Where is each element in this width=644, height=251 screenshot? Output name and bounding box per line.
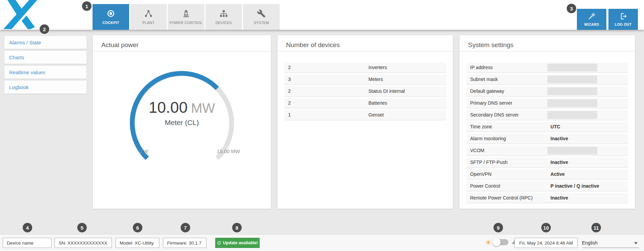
device-count: 2 [288,88,291,94]
system-setting-row: Alarm monitoringInactive [466,134,628,144]
tab-system[interactable]: SYSTEM [243,4,280,30]
device-count-row: 2Batteries [284,98,446,108]
setting-value: P inactive / Q inactive [550,183,599,189]
update-label: Update available! [223,240,258,245]
gauge-arc [93,51,271,209]
tab-label: PLANT [142,21,154,25]
actual-power-panel: Actual power 10.00MW Meter (CL) 0 W 15.0… [93,35,271,209]
device-name-field[interactable]: Device name [3,238,52,248]
redacted-value-box [547,111,597,119]
device-type: Genset [368,112,384,118]
gauge-max-label: 15.00 MW [210,148,247,154]
panel-title: Number of devices [286,41,340,49]
wrench-icon [257,9,266,18]
device-count-row: 2Status DI internal [284,86,446,97]
gauge-min-label: 0 W [128,148,159,154]
annotation-badge-5: 5 [77,223,87,232]
datetime-field[interactable]: Fri, May 24, 2024 8:46 AM [515,238,578,248]
setting-label: Power Control [470,183,500,189]
theme-toggle[interactable] [494,239,508,245]
annotation-badge-11: 11 [591,223,601,232]
number-of-devices-panel: Number of devices 2Inverters3Meters2Stat… [277,35,453,209]
toggle-knob[interactable] [492,238,501,246]
redacted-value-box [547,64,597,71]
system-setting-row: SFTP / FTP-PushInactive [466,158,628,168]
device-type: Batteries [368,100,387,106]
setting-label: Secondary DNS server [470,112,519,118]
magic-wand-icon [588,12,596,20]
gauge-unit: MW [191,101,215,116]
system-setting-row: OpenVPNActive [466,169,628,180]
tab-cockpit[interactable]: COCKPIT [93,4,129,30]
system-settings-panel: System settings IP addressSubnet maskDef… [459,35,635,209]
sidebar-item-logbook[interactable]: Logbook [4,80,87,94]
language-select[interactable]: English [582,238,639,248]
device-count: 1 [288,112,291,118]
sun-icon [485,239,491,245]
annotation-badge-6: 6 [133,223,142,232]
tab-plant[interactable]: PLANT [130,4,167,30]
system-setting-row: Default gateway [466,86,628,97]
gauge-source-label: Meter (CL) [93,119,271,127]
device-count-row: 3Meters [284,75,446,85]
annotation-badge-9: 9 [494,223,503,232]
sitemap-icon [219,9,228,18]
device-count: 3 [288,77,291,82]
footer-bar: Device name SN: XXXXXXXXXXXXX Model: XC-… [0,234,644,251]
annotation-badge-8: 8 [232,223,242,232]
device-count: 2 [288,100,291,106]
redacted-value-box [547,147,597,154]
setting-value: Inactive [550,160,568,165]
sidebar-item-realtime-values[interactable]: Realtime values [4,65,87,79]
tab-label: COCKPIT [102,21,119,25]
system-setting-row: Primary DNS server [466,98,628,108]
device-count-row: 1Genset [284,110,446,120]
redacted-value-box [547,99,597,107]
redacted-value-box [547,87,597,95]
gauge-value: 10.00 [148,99,187,116]
top-bar: COCKPIT PLANT POWER CONTROL [0,0,644,30]
setting-value: Active [550,171,565,177]
network-nodes-icon [144,9,153,18]
logout-label: LOG OUT [615,22,632,26]
annotation-badge-2: 2 [40,24,49,34]
refresh-icon [217,241,221,245]
device-type: Inverters [368,65,387,70]
annotation-badge-1: 1 [82,1,92,11]
cockpit-target-icon [106,9,115,18]
logout-button[interactable]: LOG OUT [608,9,638,30]
setting-label: Subnet mask [470,77,498,82]
tab-label: POWER CONTROL [169,21,203,25]
sidebar-item-charts[interactable]: Charts [4,50,87,64]
system-setting-row: Remote Power Control (RPC)Inactive [466,193,628,203]
device-type: Status DI internal [368,88,405,94]
annotation-badge-4: 4 [23,223,32,232]
panel-title: System settings [468,41,514,49]
tab-devices[interactable]: DEVICES [205,4,242,30]
update-available-button[interactable]: Update available! [215,238,260,248]
system-setting-row: Power ControlP inactive / Q inactive [466,181,628,191]
setting-value: Inactive [550,136,568,141]
setting-label: Default gateway [470,88,504,94]
wizard-label: WIZARD [584,22,599,26]
x-logo [2,0,42,29]
system-settings-table: IP addressSubnet maskDefault gatewayPrim… [466,63,628,205]
logout-door-icon [619,12,627,20]
divider [460,51,635,51]
system-setting-row: IP address [466,63,628,73]
main-tabs: COCKPIT PLANT POWER CONTROL [93,4,280,30]
setting-label: Primary DNS server [470,100,512,106]
annotation-badge-10: 10 [541,223,551,232]
setting-label: Remote Power Control (RPC) [470,195,532,201]
setting-label: IP address [470,65,493,70]
device-count: 2 [288,65,291,70]
tab-label: SYSTEM [254,21,269,25]
wizard-button[interactable]: WIZARD [577,9,606,30]
language-value: English [582,240,598,246]
sidebar-item-alarms-state[interactable]: Alarms / State [4,36,87,49]
system-setting-row: VCOM [466,146,628,156]
tab-power-control[interactable]: POWER CONTROL [168,4,204,30]
sidebar-nav: Alarms / State Charts Realtime values Lo… [4,36,87,95]
system-setting-row: Subnet mask [466,75,628,85]
system-setting-row: Secondary DNS server [466,110,628,120]
